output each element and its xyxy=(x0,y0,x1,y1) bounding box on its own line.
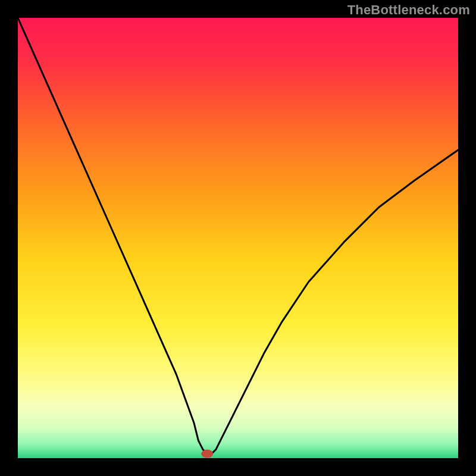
watermark-text: TheBottleneck.com xyxy=(347,2,470,18)
bottleneck-chart xyxy=(18,18,458,458)
optimal-marker xyxy=(201,450,213,458)
chart-background xyxy=(18,18,458,458)
chart-frame: TheBottleneck.com xyxy=(0,0,476,476)
